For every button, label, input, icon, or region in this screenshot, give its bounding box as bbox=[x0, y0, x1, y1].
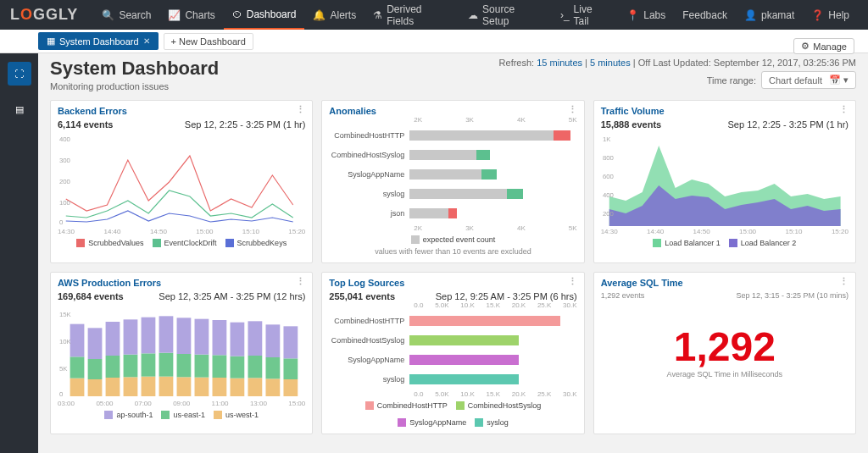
nav-search[interactable]: 🔍Search bbox=[93, 0, 159, 30]
gear-icon: ⚙ bbox=[801, 41, 810, 52]
refresh-meta: Refresh: 15 minutes | 5 minutes | Off La… bbox=[499, 58, 856, 89]
time-range: Sep 12, 2:25 - 3:25 PM (1 hr) bbox=[185, 119, 305, 130]
panel-traffic-volume: Traffic Volume ⋮ 15,888 eventsSep 12, 2:… bbox=[593, 100, 856, 263]
livetail-icon: ›_ bbox=[560, 9, 570, 21]
svg-rect-34 bbox=[213, 378, 227, 396]
panel-menu-icon[interactable]: ⋮ bbox=[839, 276, 849, 287]
panel-menu-icon[interactable]: ⋮ bbox=[839, 104, 849, 115]
new-dashboard-button[interactable]: + New Dashboard bbox=[164, 33, 253, 50]
derived-icon: ⚗ bbox=[373, 9, 382, 21]
event-count: 6,114 events bbox=[58, 119, 113, 130]
svg-rect-16 bbox=[106, 378, 120, 396]
calendar-icon: 📅 ▾ bbox=[829, 75, 849, 86]
expand-icon[interactable]: ⛶ bbox=[8, 62, 31, 86]
refresh-5m[interactable]: 5 minutes bbox=[590, 58, 631, 68]
panel-menu-icon[interactable]: ⋮ bbox=[296, 276, 305, 287]
svg-text:200: 200 bbox=[59, 178, 71, 185]
alerts-icon: 🔔 bbox=[313, 9, 326, 21]
svg-text:1K: 1K bbox=[603, 135, 611, 143]
event-count: 15,888 events bbox=[601, 119, 662, 130]
svg-rect-25 bbox=[159, 377, 174, 396]
nav-source-setup[interactable]: ☁Source Setup bbox=[459, 0, 552, 30]
close-icon[interactable]: ✕ bbox=[143, 36, 150, 46]
user-menu[interactable]: 👤pkamat bbox=[736, 0, 803, 30]
sql-value: 1,292 bbox=[601, 323, 849, 370]
panel-title: Traffic Volume bbox=[601, 106, 849, 116]
nav-charts[interactable]: 📈Charts bbox=[159, 0, 223, 30]
svg-rect-28 bbox=[177, 377, 192, 396]
nav-alerts[interactable]: 🔔Alerts bbox=[304, 0, 364, 30]
panel-title: Average SQL Time bbox=[601, 278, 849, 288]
tab-system-dashboard[interactable]: ▦ System Dashboard ✕ bbox=[38, 32, 159, 50]
panel-aws-errors: AWS Production Errors ⋮ 169,684 eventsSe… bbox=[50, 272, 313, 434]
svg-rect-18 bbox=[106, 322, 120, 356]
panel-title: AWS Production Errors bbox=[58, 278, 305, 288]
svg-rect-22 bbox=[142, 377, 156, 396]
svg-rect-41 bbox=[248, 356, 262, 378]
help-link[interactable]: ❓Help bbox=[803, 0, 858, 30]
manage-button[interactable]: ⚙Manage bbox=[793, 38, 854, 54]
svg-rect-46 bbox=[283, 379, 298, 396]
svg-text:400: 400 bbox=[603, 191, 615, 199]
nav-dashboard[interactable]: ⏲Dashboard bbox=[224, 0, 305, 30]
svg-text:300: 300 bbox=[59, 157, 71, 164]
search-icon: 🔍 bbox=[102, 9, 114, 21]
svg-rect-14 bbox=[88, 359, 103, 379]
labs-icon: 📍 bbox=[626, 9, 639, 21]
panel-top-log-sources: Top Log Sources ⋮ 255,041 eventsSep 12, … bbox=[321, 272, 584, 434]
svg-rect-48 bbox=[283, 326, 298, 358]
top-nav: LOGGLY 🔍Search 📈Charts ⏲Dashboard 🔔Alert… bbox=[0, 0, 868, 30]
time-range: Sep 12, 3:25 AM - 3:25 PM (12 hrs) bbox=[159, 291, 305, 301]
svg-rect-20 bbox=[124, 355, 138, 378]
svg-text:10K: 10K bbox=[59, 338, 72, 345]
panel-title: Backend Errors bbox=[58, 106, 305, 116]
source-icon: ☁ bbox=[468, 9, 478, 21]
svg-rect-23 bbox=[142, 353, 156, 376]
svg-text:200: 200 bbox=[603, 210, 615, 218]
panel-menu-icon[interactable]: ⋮ bbox=[296, 104, 305, 115]
aws-stacked-bar-chart[interactable]: 15K10K5K0 bbox=[58, 305, 305, 398]
time-range: Sep 12, 9:25 AM - 3:25 PM (6 hrs) bbox=[436, 291, 577, 301]
panel-avg-sql-time: Average SQL Time ⋮ 1,292 eventsSep 12, 3… bbox=[593, 272, 856, 434]
svg-rect-11 bbox=[70, 356, 85, 378]
svg-rect-17 bbox=[106, 356, 120, 378]
sql-label: Average SQL Time in Milliseconds bbox=[601, 370, 849, 378]
traffic-area-chart[interactable]: 1K800600400200 bbox=[601, 133, 849, 226]
svg-text:0: 0 bbox=[59, 218, 64, 226]
svg-text:15K: 15K bbox=[59, 311, 72, 318]
panel-menu-icon[interactable]: ⋮ bbox=[568, 104, 577, 115]
panel-menu-icon[interactable]: ⋮ bbox=[568, 276, 577, 287]
nav-derived-fields[interactable]: ⚗Derived Fields bbox=[364, 0, 459, 30]
nav-labs[interactable]: 📍Labs bbox=[618, 0, 674, 30]
svg-rect-38 bbox=[231, 356, 245, 378]
nav-live-tail[interactable]: ›_Live Tail bbox=[552, 0, 618, 30]
event-count: 1,292 events bbox=[601, 291, 645, 300]
legend: ScrubbedValues EventClockDrift ScrubbedK… bbox=[58, 239, 305, 247]
svg-rect-42 bbox=[248, 321, 262, 356]
time-range-select[interactable]: Chart default 📅 ▾ bbox=[761, 71, 856, 89]
refresh-15m[interactable]: 15 minutes bbox=[537, 58, 582, 68]
svg-rect-44 bbox=[265, 357, 280, 378]
backend-line-chart[interactable]: 4003002001000 bbox=[58, 133, 305, 226]
svg-rect-32 bbox=[195, 355, 209, 378]
svg-rect-12 bbox=[70, 324, 85, 357]
svg-rect-31 bbox=[195, 378, 209, 396]
svg-rect-47 bbox=[283, 358, 298, 379]
left-sidebar: ⛶ ▤ bbox=[0, 53, 38, 453]
page-title: System Dashboard bbox=[50, 58, 219, 80]
footnote: values with fewer than 10 events are exc… bbox=[329, 247, 576, 256]
event-count: 255,041 events bbox=[329, 291, 395, 301]
event-count: 169,684 events bbox=[58, 291, 124, 301]
anomalies-chart[interactable]: CombinedHostHTTP CombinedHostSyslog Sysl… bbox=[329, 127, 576, 222]
grid-icon: ▦ bbox=[47, 36, 55, 47]
time-range: Sep 12, 3:15 - 3:25 PM (10 mins) bbox=[736, 291, 849, 300]
svg-rect-27 bbox=[159, 316, 174, 352]
svg-text:5K: 5K bbox=[59, 365, 68, 373]
layout-icon[interactable]: ▤ bbox=[8, 97, 31, 121]
svg-text:100: 100 bbox=[59, 199, 71, 207]
svg-rect-26 bbox=[159, 353, 174, 377]
svg-rect-45 bbox=[265, 324, 280, 357]
sources-bar-chart[interactable]: CombinedHostHTTP CombinedHostSyslog Sysl… bbox=[329, 312, 576, 388]
feedback-link[interactable]: Feedback bbox=[674, 0, 736, 30]
svg-rect-13 bbox=[88, 379, 103, 396]
